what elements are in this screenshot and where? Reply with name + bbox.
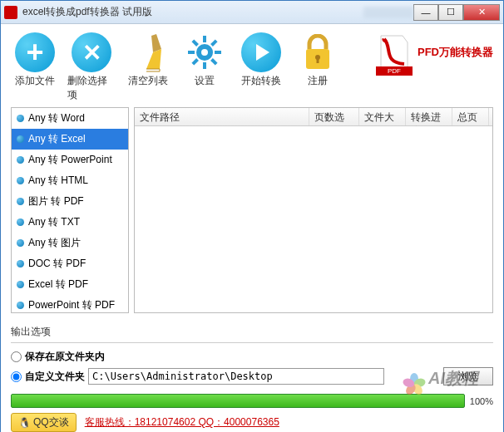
sidebar-item-0[interactable]: Any 转 Word xyxy=(12,108,128,129)
svg-rect-3 xyxy=(203,62,206,69)
svg-rect-2 xyxy=(203,36,206,42)
output-section: 输出选项 保存在原文件夹内 自定义文件夹 浏览 xyxy=(11,322,493,387)
column-header[interactable]: 文件路径 xyxy=(135,108,309,125)
title-blur xyxy=(363,7,413,18)
sidebar-item-label: Any 转 图片 xyxy=(28,236,81,250)
qq-chat-button[interactable]: QQ交谈 xyxy=(11,413,77,432)
browse-button[interactable]: 浏览 xyxy=(443,367,493,385)
logo-area: PDF PFD万能转换器 xyxy=(376,32,493,72)
svg-rect-8 xyxy=(191,39,198,46)
toolbar: 添加文件 删除选择项 清空列表 设置 开始转换 xyxy=(11,31,493,107)
sidebar-item-label: Excel 转 PDF xyxy=(28,277,88,292)
gear-icon xyxy=(185,32,225,72)
clear-list-button[interactable]: 清空列表 xyxy=(124,32,172,88)
add-file-button[interactable]: 添加文件 xyxy=(11,32,59,88)
logo-text: PFD万能转换器 xyxy=(418,45,493,60)
output-path-input[interactable] xyxy=(88,368,384,385)
register-button[interactable]: 注册 xyxy=(294,32,342,88)
register-label: 注册 xyxy=(308,74,328,88)
settings-button[interactable]: 设置 xyxy=(180,32,229,88)
format-sidebar: Any 转 WordAny 转 ExcelAny 转 PowerPointAny… xyxy=(11,107,129,313)
save-same-folder-option[interactable]: 保存在原文件夹内 xyxy=(11,348,493,366)
custom-folder-label: 自定义文件夹 xyxy=(25,370,85,384)
remove-selected-button[interactable]: 删除选择项 xyxy=(67,32,116,102)
start-convert-button[interactable]: 开始转换 xyxy=(237,32,285,88)
clear-label: 清空列表 xyxy=(128,74,168,88)
sidebar-item-label: Any 转 HTML xyxy=(28,174,88,188)
sidebar-item-3[interactable]: Any 转 HTML xyxy=(12,170,128,191)
lock-icon xyxy=(298,32,338,72)
radio-custom-folder[interactable] xyxy=(11,371,22,382)
add-file-label: 添加文件 xyxy=(15,74,55,88)
maximize-button[interactable]: ☐ xyxy=(438,4,463,21)
sidebar-item-label: 图片 转 PDF xyxy=(28,194,84,209)
column-header[interactable]: 总页数 xyxy=(452,108,489,125)
svg-rect-5 xyxy=(215,51,221,54)
close-button[interactable]: ✕ xyxy=(463,4,500,21)
bullet-icon xyxy=(17,135,24,143)
pdf-bar-label: PDF xyxy=(376,66,413,76)
bullet-icon xyxy=(17,302,24,309)
sidebar-item-label: Any 转 TXT xyxy=(28,215,80,229)
bullet-icon xyxy=(17,218,24,226)
minimize-button[interactable]: — xyxy=(413,4,438,21)
file-table: 文件路径页数选择文件大小转换进度总页数 xyxy=(134,107,493,313)
bullet-icon xyxy=(17,198,24,205)
sidebar-item-4[interactable]: 图片 转 PDF xyxy=(12,191,128,212)
play-icon xyxy=(241,32,281,72)
sidebar-item-8[interactable]: Excel 转 PDF xyxy=(12,274,128,295)
svg-rect-7 xyxy=(191,58,198,65)
sidebar-item-9[interactable]: PowerPoint 转 PDF xyxy=(12,295,128,313)
svg-point-1 xyxy=(201,49,208,56)
radio-same-folder[interactable] xyxy=(11,351,22,362)
custom-folder-option[interactable]: 自定义文件夹 浏览 xyxy=(11,366,493,387)
bullet-icon xyxy=(17,281,24,288)
brush-icon xyxy=(128,32,168,72)
progress-percent: 100% xyxy=(470,396,493,406)
column-header[interactable]: 文件大小 xyxy=(359,108,406,125)
bullet-icon xyxy=(17,156,24,164)
bullet-icon xyxy=(17,260,24,268)
footer-row: QQ交谈 客服热线：18121074602 QQ：4000076365 xyxy=(11,413,493,432)
pdf-logo-icon: PDF xyxy=(376,32,413,72)
sidebar-item-label: PowerPoint 转 PDF xyxy=(28,298,115,312)
sidebar-item-5[interactable]: Any 转 TXT xyxy=(12,212,128,233)
remove-label: 删除选择项 xyxy=(67,74,116,102)
x-icon xyxy=(72,32,111,72)
svg-rect-4 xyxy=(188,51,195,54)
window-title: excel转换成pdf转换器 试用版 xyxy=(22,5,360,19)
sidebar-item-label: Any 转 Excel xyxy=(28,132,86,146)
progress-bar xyxy=(11,394,465,408)
sidebar-item-7[interactable]: DOC 转 PDF xyxy=(12,253,128,274)
svg-rect-12 xyxy=(317,57,319,63)
plus-icon xyxy=(15,32,55,72)
hotline-link[interactable]: 客服热线：18121074602 QQ：4000076365 xyxy=(85,415,279,430)
start-label: 开始转换 xyxy=(241,74,281,88)
sidebar-item-6[interactable]: Any 转 图片 xyxy=(12,233,128,253)
svg-rect-9 xyxy=(210,58,217,65)
app-window: excel转换成pdf转换器 试用版 — ☐ ✕ 添加文件 删除选择项 清空列表 xyxy=(0,0,504,432)
column-header[interactable]: 转换进度 xyxy=(406,108,452,125)
sidebar-item-label: Any 转 PowerPoint xyxy=(28,153,112,167)
column-header[interactable]: 页数选择 xyxy=(309,108,359,125)
bullet-icon xyxy=(17,239,24,247)
qq-label: QQ交谈 xyxy=(33,415,69,430)
output-title: 输出选项 xyxy=(11,322,493,343)
table-header: 文件路径页数选择文件大小转换进度总页数 xyxy=(135,108,492,126)
same-folder-label: 保存在原文件夹内 xyxy=(25,350,105,364)
svg-rect-6 xyxy=(210,39,217,46)
sidebar-item-label: DOC 转 PDF xyxy=(28,257,86,271)
titlebar: excel转换成pdf转换器 试用版 — ☐ ✕ xyxy=(1,1,503,24)
sidebar-item-label: Any 转 Word xyxy=(28,111,85,125)
content-area: 添加文件 删除选择项 清空列表 设置 开始转换 xyxy=(1,24,503,432)
bullet-icon xyxy=(17,115,24,122)
main-area: Any 转 WordAny 转 ExcelAny 转 PowerPointAny… xyxy=(11,107,493,313)
window-controls: — ☐ ✕ xyxy=(413,4,500,21)
progress-row: 100% xyxy=(11,394,493,408)
sidebar-item-2[interactable]: Any 转 PowerPoint xyxy=(12,150,128,170)
sidebar-item-1[interactable]: Any 转 Excel xyxy=(12,129,128,150)
app-icon xyxy=(4,6,17,19)
table-body xyxy=(135,126,492,312)
bullet-icon xyxy=(17,177,24,184)
settings-label: 设置 xyxy=(195,74,215,88)
